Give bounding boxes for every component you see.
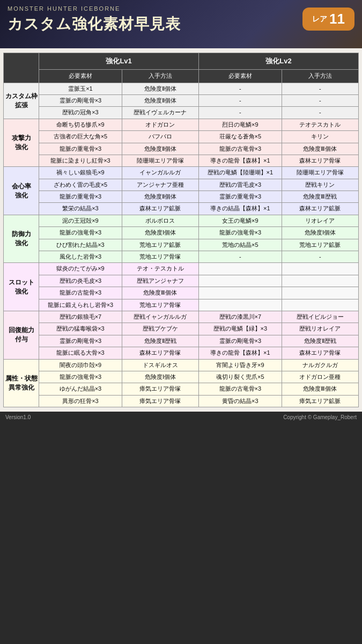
table-row: ゆがんだ結晶×3瘴気エリア骨塚龍脈の古竜骨×3危険度Ⅲ個体 xyxy=(4,383,359,395)
lv1-header: 強化Lv1 xyxy=(39,53,199,70)
material-cell: 烈日の竜鱗×9 xyxy=(199,119,282,130)
method-cell: 危険度Ⅰ個体 xyxy=(282,227,358,239)
table-row: 龍脈の重竜骨×3危険度Ⅱ個体龍脈の古竜骨×3危険度Ⅲ個体 xyxy=(4,143,359,155)
material-cell: 繁栄の結晶×3 xyxy=(39,203,122,215)
material-cell: 龍脈に眠る大骨×3 xyxy=(39,347,122,359)
method-cell: 危険度Ⅰ個体 xyxy=(122,227,198,239)
table-row: ひび割れた結晶×3荒地エリア鉱脈荒地の結晶×5荒地エリア鉱脈 xyxy=(4,239,359,251)
material-cell: 歴戦の炎毛皮×3 xyxy=(39,275,122,287)
method-cell: テオ・テスカトル xyxy=(122,263,198,275)
table-row: 龍脈の古龍骨×3危険度Ⅲ個体 xyxy=(4,287,359,299)
material-cell: 龍脈の古竜骨×3 xyxy=(199,383,282,395)
method-cell: 危険度Ⅲ歴戦 xyxy=(282,191,358,203)
method-cell: 森林エリア骨塚 xyxy=(282,155,358,166)
table-row: 龍脈の強竜骨×3危険度Ⅰ個体龍脈の強竜骨×3危険度Ⅰ個体 xyxy=(4,227,359,239)
table-row: 歴戦の炎毛皮×3歴戦アンジャナフ xyxy=(4,275,359,287)
version: Version1.0 xyxy=(5,414,31,420)
method-cell: 荒地エリア鉱脈 xyxy=(282,239,358,251)
table-row: 歴戦の冠角×3歴戦イヴェルカーナ-- xyxy=(4,107,359,119)
material-cell: 禍々しい銀狼毛×9 xyxy=(39,167,122,179)
method-cell: ボルボロス xyxy=(122,215,198,226)
material-cell: 荒地の結晶×5 xyxy=(199,239,282,251)
method-cell: オドガロン xyxy=(122,119,198,130)
method-cell: バフバロ xyxy=(122,131,198,143)
main-table: 強化Lv1 強化Lv2 必要素材 入手方法 必要素材 入手方法 カスタム枠 拡張… xyxy=(3,53,359,407)
material-cell: 歴戦の冠角×3 xyxy=(39,107,122,119)
method-cell: 瘴気エリア骨塚 xyxy=(122,383,198,395)
material-cell: 霊脈の重竜骨×3 xyxy=(199,191,282,203)
material-cell: 龍脈に染まりし紅骨×3 xyxy=(39,155,122,166)
method-cell: 荒地エリア骨塚 xyxy=(122,299,198,311)
material-cell: 龍脈の古竜骨×3 xyxy=(199,143,282,155)
method-cell xyxy=(282,287,358,299)
material-cell: 龍脈の強竜骨×3 xyxy=(39,227,122,239)
table-row: 龍脈に染まりし紅骨×3陸珊瑚エリア骨塚導きの龍骨【森林】×1森林エリア骨塚 xyxy=(4,155,359,166)
material-cell: 獄炎のたてがみ×9 xyxy=(39,263,122,275)
footer: Version1.0 Copyright © Gameplay_Robert xyxy=(0,412,362,423)
method-cell: ナルガクルガ xyxy=(282,359,358,371)
material-cell: 霊脈の剛竜骨×3 xyxy=(39,335,122,347)
material-cell: 龍脈に鍛えられし岩骨×3 xyxy=(39,299,122,311)
method-cell: イャンガルルガ xyxy=(122,167,198,179)
material-cell: 闇夜の頭巾殻×9 xyxy=(39,359,122,371)
material-cell: 霊脈玉×1 xyxy=(39,83,122,94)
material-cell: 命断ち切る惨爪×9 xyxy=(39,119,122,130)
material-cell: 龍脈の重竜骨×3 xyxy=(39,191,122,203)
material-cell xyxy=(199,263,282,275)
table-row: 龍脈の強竜骨×3危険度Ⅰ個体魂切り裂く兜爪×5オドガロン亜種 xyxy=(4,371,359,383)
material-cell: - xyxy=(199,83,282,94)
material-cell: ひび割れた結晶×3 xyxy=(39,239,122,251)
method-cell: 危険度Ⅰ個体 xyxy=(122,371,198,383)
rare-badge: レア 11 xyxy=(302,8,354,31)
method-cell: 歴戦キリン xyxy=(282,179,358,191)
mat1-header: 必要素材 xyxy=(39,70,122,83)
table-row: 属性・状態 異常強化闇夜の頭巾殻×9ドスギルオス宵闇より昏き牙×9ナルガクルガ xyxy=(4,359,359,371)
method-cell: 危険度Ⅱ個体 xyxy=(122,191,198,203)
method-cell xyxy=(282,275,358,287)
category-cell: 防御力 強化 xyxy=(4,215,39,263)
category-cell: カスタム枠 拡張 xyxy=(4,83,39,119)
material-cell: ざわめく雷の毛皮×5 xyxy=(39,179,122,191)
material-cell: 泥の王冠殻×9 xyxy=(39,215,122,226)
material-cell: - xyxy=(199,107,282,119)
lv2-header: 強化Lv2 xyxy=(199,53,359,70)
material-cell: 荘厳なる蒼角×5 xyxy=(199,131,282,143)
method-cell: 歴戦リオレイア xyxy=(282,323,358,335)
material-cell: 歴戦の漆黒川×7 xyxy=(199,311,282,323)
rare-label: レア xyxy=(312,14,327,24)
table-row: 歴戦の猛毒喉袋×3歴戦ブケブケ歴戦の竜鱗【緑】×3歴戦リオレイア xyxy=(4,323,359,335)
table-row: 龍脈に眠る大骨×3森林エリア骨塚導きの龍骨【森林】×1森林エリア骨塚 xyxy=(4,347,359,359)
method-cell: テオテスカトル xyxy=(282,119,358,130)
table-row: 龍脈の重竜骨×3危険度Ⅱ個体霊脈の重竜骨×3危険度Ⅲ歴戦 xyxy=(4,191,359,203)
material-cell: 異形の狂骨×3 xyxy=(39,395,122,407)
category-cell: 属性・状態 異常強化 xyxy=(4,359,39,407)
table-row: 霊脈の剛竜骨×3危険度Ⅱ歴戦霊脈の剛竜骨×3危険度Ⅱ歴戦 xyxy=(4,335,359,347)
method-cell: - xyxy=(282,107,358,119)
table-row: ざわめく雷の毛皮×5アンジャナフ亜種歴戦の雷毛皮×3歴戦キリン xyxy=(4,179,359,191)
material-cell: 霊脈の剛竜骨×3 xyxy=(199,335,282,347)
method-cell: ドスギルオス xyxy=(122,359,198,371)
material-cell xyxy=(199,299,282,311)
material-cell: - xyxy=(199,251,282,263)
method-cell: 瘴気エリア骨塚 xyxy=(122,395,198,407)
method-cell: 危険度Ⅱ個体 xyxy=(122,143,198,155)
category-cell: 攻撃力 強化 xyxy=(4,119,39,167)
material-cell: 古強者の巨大な角×5 xyxy=(39,131,122,143)
method-cell: - xyxy=(282,83,358,94)
method-cell: 森林エリア骨塚 xyxy=(282,347,358,359)
header-subtitle: MONSTER HUNTER ICEBORNE xyxy=(8,5,354,12)
material-cell xyxy=(199,275,282,287)
material-cell: 霊脈の剛竜骨×3 xyxy=(39,94,122,106)
table-row: 異形の狂骨×3瘴気エリア骨塚黄昏の結晶×3瘴気エリア鉱脈 xyxy=(4,395,359,407)
method2-header: 入手方法 xyxy=(282,70,358,83)
table-row: 防御力 強化泥の王冠殻×9ボルボロス女王の竜鱗×9リオレイア xyxy=(4,215,359,226)
method-cell: アンジャナフ亜種 xyxy=(122,179,198,191)
mat2-header: 必要素材 xyxy=(199,70,282,83)
method1-header: 入手方法 xyxy=(122,70,198,83)
material-cell: 風化した岩骨×3 xyxy=(39,251,122,263)
table-row: 龍脈に鍛えられし岩骨×3荒地エリア骨塚 xyxy=(4,299,359,311)
header: MONSTER HUNTER ICEBORNE カスタム強化素材早見表 レア 1… xyxy=(0,0,362,48)
material-cell: 魂切り裂く兜爪×5 xyxy=(199,371,282,383)
method-cell: 危険度Ⅱ歴戦 xyxy=(122,335,198,347)
material-cell: 龍脈の強竜骨×3 xyxy=(199,227,282,239)
